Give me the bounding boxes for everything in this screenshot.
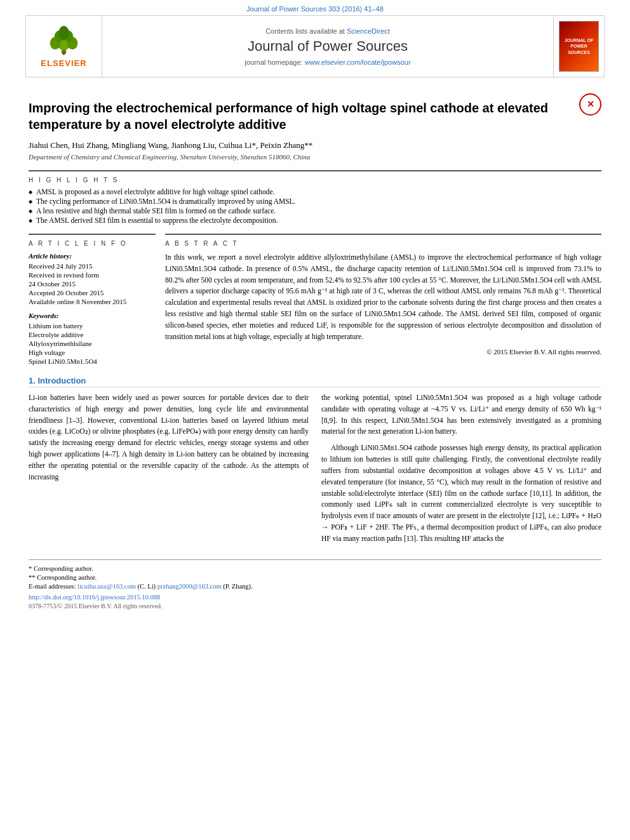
elsevier-logo: ELSEVIER (41, 25, 86, 68)
email-1-name: (C. Li) (138, 583, 156, 590)
keywords-label: Keywords: (29, 312, 156, 319)
intro-para-3: Although LiNi0.5Mn1.5O4 cathode possesse… (321, 443, 601, 544)
article-info-col: A R T I C L E I N F O Article history: R… (29, 234, 156, 366)
intro-para-2: the working potential, spinel LiNi0.5Mn1… (321, 392, 601, 437)
copyright-line: © 2015 Elsevier B.V. All rights reserved… (165, 348, 601, 356)
article-info-abstract-section: A R T I C L E I N F O Article history: R… (29, 234, 601, 366)
crossmark-badge[interactable]: ✕ (579, 93, 601, 116)
sciencedirect-link[interactable]: ScienceDirect (347, 27, 390, 35)
keyword-5: Spinel LiNi0.5Mn1.5O4 (29, 357, 156, 365)
title-text: Improving the electrochemical performanc… (29, 90, 573, 170)
intro-para-1: Li-ion batteries have been widely used a… (29, 392, 309, 483)
highlight-item: The cycling performance of LiNi0.5Mn1.5O… (29, 197, 601, 205)
received-date: Received 24 July 2015 (29, 262, 156, 270)
introduction-heading: 1. Introduction (29, 376, 601, 387)
article-history-label: Article history: (29, 252, 156, 260)
sciencedirect-line: Contents lists available at ScienceDirec… (265, 27, 390, 35)
issn-line: 0378-7753/© 2015 Elsevier B.V. All right… (29, 603, 601, 610)
highlights-list: AMSL is proposed as a novel electrolyte … (29, 188, 601, 224)
available-date: Available online 8 November 2015 (29, 298, 156, 305)
keyword-3: Allyloxytrimethlsilane (29, 340, 156, 347)
highlights-section: H I G H L I G H T S AMSL is proposed as … (29, 170, 601, 224)
introduction-body: Li-ion batteries have been widely used a… (29, 392, 601, 550)
elsevier-branding: ELSEVIER (26, 16, 102, 77)
title-row: Improving the electrochemical performanc… (29, 90, 601, 170)
authors-line: Jiahui Chen, Hui Zhang, Mingliang Wang, … (29, 140, 573, 150)
svg-rect-7 (63, 51, 65, 55)
journal-title-header: Journal of Power Sources (248, 38, 408, 55)
cover-text: JOURNAL OF POWER SOURCES (560, 37, 598, 55)
abstract-col: A B S T R A C T In this work, we report … (165, 234, 601, 366)
highlight-item: A less resistive and high thermal stable… (29, 207, 601, 215)
keyword-2: Electrolyte additive (29, 331, 156, 338)
email-2-name: (P. Zhang). (223, 583, 252, 590)
article-title: Improving the electrochemical performanc… (29, 100, 573, 133)
page-wrapper: Journal of Power Sources 303 (2016) 41–4… (0, 0, 630, 622)
crossmark-icon: ✕ (587, 99, 594, 110)
abstract-label: A B S T R A C T (165, 240, 601, 247)
journal-info-center: Contents lists available at ScienceDirec… (102, 16, 553, 77)
article-info-label: A R T I C L E I N F O (29, 240, 156, 247)
accepted-date: Accepted 26 October 2015 (29, 289, 156, 297)
keyword-4: High voltage (29, 349, 156, 356)
elsevier-tree-icon (46, 25, 81, 57)
footnote-corresponding-1: * Corresponding author. (29, 565, 601, 572)
intro-col-left: Li-ion batteries have been widely used a… (29, 392, 309, 550)
journal-cover-thumbnail: JOURNAL OF POWER SOURCES (553, 16, 604, 77)
homepage-link[interactable]: www.elsevier.com/locate/jpowsour (305, 58, 411, 66)
journal-header: ELSEVIER Contents lists available at Sci… (25, 15, 605, 77)
introduction-section: 1. Introduction Li-ion batteries have be… (29, 376, 601, 550)
email-1-link[interactable]: licuihu.usz@163.com (77, 583, 136, 590)
homepage-line: journal homepage: www.elsevier.com/locat… (245, 58, 410, 66)
footnote-corresponding-2: ** Corresponding author. (29, 574, 601, 581)
corresponding-author-label-2: ** Corresponding author. (29, 574, 97, 581)
journal-top-bar: Journal of Power Sources 303 (2016) 41–4… (0, 0, 630, 15)
cover-image: JOURNAL OF POWER SOURCES (559, 21, 599, 72)
keyword-1: Lithium ion battery (29, 322, 156, 330)
doi-value[interactable]: http://dx.doi.org/10.1016/j.jpowsour.201… (29, 594, 160, 601)
intro-col-right: the working potential, spinel LiNi0.5Mn1… (321, 392, 601, 550)
revised-date: 24 October 2015 (29, 280, 156, 288)
footnotes-section: * Corresponding author. ** Corresponding… (29, 559, 601, 610)
main-content: Improving the electrochemical performanc… (0, 77, 630, 622)
doi-line[interactable]: http://dx.doi.org/10.1016/j.jpowsour.201… (29, 594, 601, 601)
footnote-emails: E-mail addresses: licuihu.usz@163.com (C… (29, 583, 601, 590)
corresponding-author-label-1: * Corresponding author. (29, 565, 93, 572)
email-2-link[interactable]: przhang2000@163.com (158, 583, 222, 590)
abstract-text: In this work, we report a novel electrol… (165, 252, 601, 343)
elsevier-wordmark: ELSEVIER (41, 58, 86, 68)
received-revised-label: Received in revised form (29, 271, 156, 279)
svg-point-6 (58, 26, 69, 40)
email-label: E-mail addresses: (29, 583, 76, 590)
affiliation: Department of Chemistry and Chemical Eng… (29, 153, 573, 161)
journal-citation: Journal of Power Sources 303 (2016) 41–4… (246, 5, 384, 13)
highlights-label: H I G H L I G H T S (29, 177, 601, 183)
authors: Jiahui Chen, Hui Zhang, Mingliang Wang, … (29, 140, 312, 150)
highlight-item: The AMSL derived SEI film is essential t… (29, 217, 601, 224)
highlight-item: AMSL is proposed as a novel electrolyte … (29, 188, 601, 196)
